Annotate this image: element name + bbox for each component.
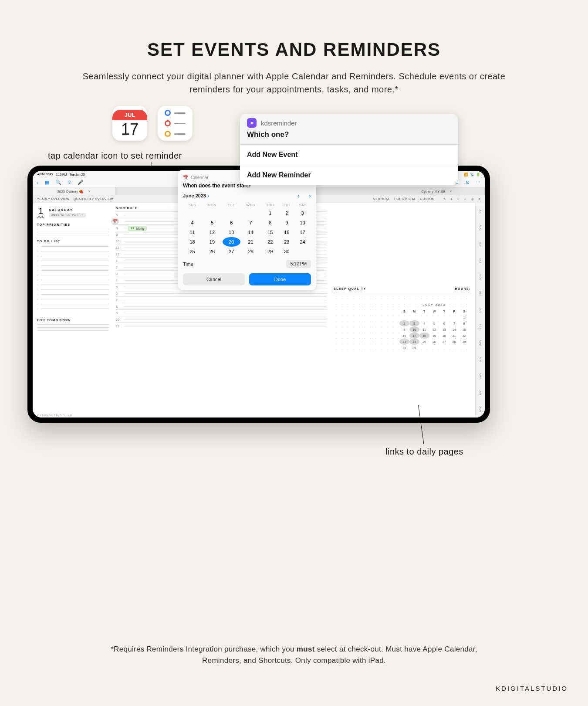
mini-cal-day[interactable]: 5 <box>429 320 439 326</box>
month-tab-may[interactable]: MAY <box>476 368 485 384</box>
mini-cal-day[interactable]: 20 <box>439 333 449 339</box>
mini-cal-day[interactable]: 3 <box>409 320 419 326</box>
month-tab-jun[interactable]: JUN <box>476 384 485 401</box>
pencil-icon[interactable]: ✎ <box>443 197 446 201</box>
mini-cal-day[interactable]: 24 <box>409 339 419 345</box>
todo-item[interactable] <box>37 259 109 262</box>
mini-cal-day[interactable]: 18 <box>419 333 429 339</box>
datepicker-day[interactable]: 17 <box>294 227 311 237</box>
cancel-button[interactable]: Cancel <box>183 273 245 285</box>
mini-cal-day[interactable] <box>429 345 439 351</box>
month-tab-aug[interactable]: AUG <box>476 220 485 236</box>
datepicker-day[interactable]: 15 <box>261 227 279 237</box>
schedule-hour-row[interactable]: 7 <box>116 296 327 303</box>
datepicker-day[interactable]: 16 <box>279 227 294 237</box>
datepicker-day[interactable]: 10 <box>294 218 311 227</box>
search-icon[interactable]: 🔍 <box>55 180 61 185</box>
mini-cal-day[interactable] <box>439 345 449 351</box>
datepicker-day[interactable] <box>183 208 202 218</box>
todo-item[interactable] <box>37 274 109 276</box>
mini-cal-day[interactable]: 25 <box>419 339 429 345</box>
segment-vertical[interactable]: VERTICAL <box>373 197 390 200</box>
mini-cal-day[interactable] <box>419 314 429 320</box>
mini-cal-day[interactable]: 31 <box>409 345 419 351</box>
datepicker-day[interactable]: 2 <box>279 208 294 218</box>
mini-cal-day[interactable]: 11 <box>419 326 429 333</box>
datepicker-day[interactable]: 11 <box>183 227 202 237</box>
datepicker-day[interactable]: 14 <box>240 227 261 237</box>
datepicker-day[interactable]: 18 <box>183 237 202 247</box>
add-new-reminder[interactable]: Add New Reminder <box>240 165 458 185</box>
calendar-reminder-button[interactable]: 📅 <box>111 217 119 225</box>
mini-cal-day[interactable]: 10 <box>409 326 419 333</box>
mini-cal-day[interactable] <box>439 314 449 320</box>
todo-item[interactable] <box>37 288 109 291</box>
month-tab-feb[interactable]: FEB <box>476 319 485 335</box>
more-icon[interactable]: ⋯ <box>476 180 480 185</box>
todo-item[interactable] <box>37 264 109 267</box>
mini-cal-day[interactable]: 4 <box>419 320 429 326</box>
datepicker-day[interactable]: 28 <box>240 247 261 256</box>
mini-cal-day[interactable]: 9 <box>399 326 409 333</box>
datepicker-day[interactable]: 3 <box>294 208 311 218</box>
mini-cal-day[interactable]: 23 <box>399 339 409 345</box>
month-tab-nov[interactable]: NOV <box>476 269 485 285</box>
mini-cal-day[interactable]: 7 <box>449 320 459 326</box>
month-tab-dec[interactable]: DEC <box>476 285 485 302</box>
todo-item[interactable] <box>37 298 109 300</box>
datepicker-day[interactable]: 22 <box>261 237 279 247</box>
mic-icon[interactable]: 🎤 <box>78 180 84 185</box>
datepicker-day[interactable]: 23 <box>279 237 294 247</box>
mini-cal-day[interactable]: 12 <box>429 326 439 333</box>
month-tab-2025[interactable]: 2025 <box>476 401 485 417</box>
datepicker-day[interactable] <box>223 208 240 218</box>
datepicker-day[interactable]: 25 <box>183 247 202 256</box>
schedule-hour-row[interactable]: 6 <box>116 290 327 296</box>
datepicker-month[interactable]: June 2023 <box>183 193 206 198</box>
mini-cal-day[interactable] <box>449 345 459 351</box>
close-icon[interactable]: × <box>88 189 90 193</box>
datepicker-day[interactable]: 8 <box>261 218 279 227</box>
schedule-event[interactable]: 💵 Mortg <box>128 226 147 231</box>
datepicker-day[interactable]: 21 <box>240 237 261 247</box>
datepicker-day[interactable]: 30 <box>279 247 294 256</box>
schedule-hour-row[interactable]: 11 <box>116 322 327 329</box>
star-icon[interactable]: ☆ <box>464 197 467 201</box>
datepicker-day[interactable]: 4 <box>183 218 202 227</box>
schedule-hour-row[interactable]: 10 <box>116 316 327 322</box>
mini-calendar[interactable]: JULY 2023 SMTWTFS12345678910111213141516… <box>399 303 469 351</box>
datepicker-day[interactable]: 19 <box>202 237 222 247</box>
datepicker-day[interactable]: 1 <box>261 208 279 218</box>
mini-cal-day[interactable] <box>409 314 419 320</box>
tab-right[interactable]: Cyberry MY S9× <box>389 187 485 195</box>
mini-cal-day[interactable] <box>399 314 409 320</box>
schedule-hour-row[interactable]: 8 <box>116 303 327 309</box>
segment-quarterly-overview[interactable]: QUARTERLY OVERVIEW <box>74 197 113 200</box>
todo-item[interactable] <box>37 283 109 286</box>
month-tab-apr[interactable]: APR <box>476 352 485 368</box>
mini-cal-day[interactable] <box>419 345 429 351</box>
grid-icon[interactable]: ▦ <box>45 180 49 185</box>
todo-item[interactable] <box>37 278 109 281</box>
mini-cal-day[interactable]: 14 <box>449 326 459 333</box>
datepicker-day[interactable]: 20 <box>223 237 240 247</box>
mini-cal-day[interactable]: 15 <box>459 326 469 333</box>
mini-cal-day[interactable]: 13 <box>439 326 449 333</box>
heart-icon[interactable]: ♡ <box>457 197 460 201</box>
mini-cal-day[interactable]: 26 <box>429 339 439 345</box>
datepicker-day[interactable] <box>202 208 222 218</box>
month-tab-jul[interactable]: JUL <box>476 203 485 220</box>
done-button[interactable]: Done <box>249 273 311 285</box>
lock-icon[interactable]: ⊘ <box>466 180 470 185</box>
datepicker-day[interactable]: 29 <box>261 247 279 256</box>
todo-item[interactable] <box>37 250 109 252</box>
month-tab-oct[interactable]: OCT <box>476 253 485 269</box>
back-shortcuts[interactable]: ◀ Shortcuts <box>37 173 53 176</box>
tab-left[interactable]: 2023 Cyberry 🍓× <box>33 187 115 195</box>
todo-item[interactable] <box>37 307 109 310</box>
add-new-event[interactable]: Add New Event <box>240 145 458 165</box>
mini-cal-day[interactable]: 2 <box>399 320 409 326</box>
schedule-hour-row[interactable]: 9 <box>116 309 327 316</box>
datepicker-day[interactable]: 24 <box>294 237 311 247</box>
prev-month-icon[interactable]: ‹ <box>297 192 300 199</box>
